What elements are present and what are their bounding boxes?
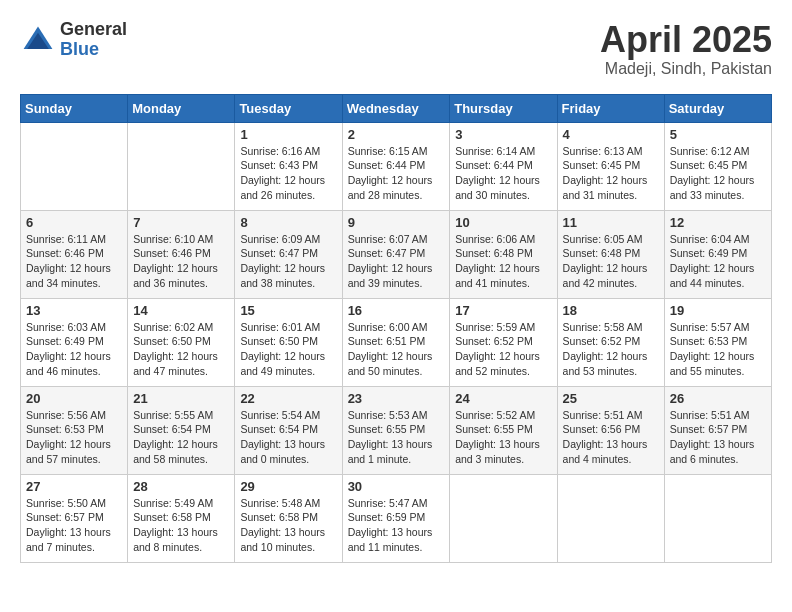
day-info: Sunrise: 6:16 AMSunset: 6:43 PMDaylight:… [240, 144, 336, 203]
calendar-cell: 20Sunrise: 5:56 AMSunset: 6:53 PMDayligh… [21, 386, 128, 474]
day-number: 12 [670, 215, 766, 230]
calendar-table: Sunday Monday Tuesday Wednesday Thursday… [20, 94, 772, 563]
day-number: 29 [240, 479, 336, 494]
calendar-cell [21, 122, 128, 210]
day-number: 11 [563, 215, 659, 230]
day-number: 19 [670, 303, 766, 318]
col-thursday: Thursday [450, 94, 557, 122]
day-number: 20 [26, 391, 122, 406]
day-info: Sunrise: 5:49 AMSunset: 6:58 PMDaylight:… [133, 496, 229, 555]
day-number: 3 [455, 127, 551, 142]
page-header: General Blue April 2025 Madeji, Sindh, P… [20, 20, 772, 78]
calendar-cell: 19Sunrise: 5:57 AMSunset: 6:53 PMDayligh… [664, 298, 771, 386]
day-info: Sunrise: 5:47 AMSunset: 6:59 PMDaylight:… [348, 496, 445, 555]
day-number: 18 [563, 303, 659, 318]
col-saturday: Saturday [664, 94, 771, 122]
logo-general: General [60, 20, 127, 40]
day-info: Sunrise: 6:10 AMSunset: 6:46 PMDaylight:… [133, 232, 229, 291]
day-number: 13 [26, 303, 122, 318]
day-number: 14 [133, 303, 229, 318]
calendar-cell [128, 122, 235, 210]
day-info: Sunrise: 5:59 AMSunset: 6:52 PMDaylight:… [455, 320, 551, 379]
calendar-cell: 21Sunrise: 5:55 AMSunset: 6:54 PMDayligh… [128, 386, 235, 474]
day-number: 5 [670, 127, 766, 142]
day-number: 22 [240, 391, 336, 406]
day-info: Sunrise: 5:58 AMSunset: 6:52 PMDaylight:… [563, 320, 659, 379]
col-monday: Monday [128, 94, 235, 122]
day-info: Sunrise: 5:51 AMSunset: 6:56 PMDaylight:… [563, 408, 659, 467]
calendar-cell: 30Sunrise: 5:47 AMSunset: 6:59 PMDayligh… [342, 474, 450, 562]
day-number: 1 [240, 127, 336, 142]
day-info: Sunrise: 5:52 AMSunset: 6:55 PMDaylight:… [455, 408, 551, 467]
day-number: 9 [348, 215, 445, 230]
day-info: Sunrise: 5:54 AMSunset: 6:54 PMDaylight:… [240, 408, 336, 467]
day-info: Sunrise: 5:55 AMSunset: 6:54 PMDaylight:… [133, 408, 229, 467]
calendar-cell: 3Sunrise: 6:14 AMSunset: 6:44 PMDaylight… [450, 122, 557, 210]
day-info: Sunrise: 5:50 AMSunset: 6:57 PMDaylight:… [26, 496, 122, 555]
day-info: Sunrise: 6:14 AMSunset: 6:44 PMDaylight:… [455, 144, 551, 203]
calendar-cell: 23Sunrise: 5:53 AMSunset: 6:55 PMDayligh… [342, 386, 450, 474]
calendar-cell: 28Sunrise: 5:49 AMSunset: 6:58 PMDayligh… [128, 474, 235, 562]
day-number: 17 [455, 303, 551, 318]
day-info: Sunrise: 5:48 AMSunset: 6:58 PMDaylight:… [240, 496, 336, 555]
day-number: 4 [563, 127, 659, 142]
day-number: 21 [133, 391, 229, 406]
calendar-cell: 11Sunrise: 6:05 AMSunset: 6:48 PMDayligh… [557, 210, 664, 298]
day-info: Sunrise: 6:00 AMSunset: 6:51 PMDaylight:… [348, 320, 445, 379]
calendar-cell: 10Sunrise: 6:06 AMSunset: 6:48 PMDayligh… [450, 210, 557, 298]
day-number: 28 [133, 479, 229, 494]
day-number: 10 [455, 215, 551, 230]
day-info: Sunrise: 6:15 AMSunset: 6:44 PMDaylight:… [348, 144, 445, 203]
calendar-cell: 13Sunrise: 6:03 AMSunset: 6:49 PMDayligh… [21, 298, 128, 386]
col-sunday: Sunday [21, 94, 128, 122]
calendar-cell: 15Sunrise: 6:01 AMSunset: 6:50 PMDayligh… [235, 298, 342, 386]
day-number: 7 [133, 215, 229, 230]
header-row: Sunday Monday Tuesday Wednesday Thursday… [21, 94, 772, 122]
day-info: Sunrise: 6:09 AMSunset: 6:47 PMDaylight:… [240, 232, 336, 291]
calendar-cell: 5Sunrise: 6:12 AMSunset: 6:45 PMDaylight… [664, 122, 771, 210]
month-title: April 2025 [600, 20, 772, 60]
calendar-cell: 9Sunrise: 6:07 AMSunset: 6:47 PMDaylight… [342, 210, 450, 298]
day-number: 26 [670, 391, 766, 406]
calendar-week-1: 1Sunrise: 6:16 AMSunset: 6:43 PMDaylight… [21, 122, 772, 210]
calendar-week-4: 20Sunrise: 5:56 AMSunset: 6:53 PMDayligh… [21, 386, 772, 474]
calendar-cell: 26Sunrise: 5:51 AMSunset: 6:57 PMDayligh… [664, 386, 771, 474]
calendar-cell: 16Sunrise: 6:00 AMSunset: 6:51 PMDayligh… [342, 298, 450, 386]
title-block: April 2025 Madeji, Sindh, Pakistan [600, 20, 772, 78]
day-info: Sunrise: 6:13 AMSunset: 6:45 PMDaylight:… [563, 144, 659, 203]
day-info: Sunrise: 6:06 AMSunset: 6:48 PMDaylight:… [455, 232, 551, 291]
calendar-week-3: 13Sunrise: 6:03 AMSunset: 6:49 PMDayligh… [21, 298, 772, 386]
calendar-cell: 22Sunrise: 5:54 AMSunset: 6:54 PMDayligh… [235, 386, 342, 474]
day-info: Sunrise: 6:01 AMSunset: 6:50 PMDaylight:… [240, 320, 336, 379]
calendar-week-5: 27Sunrise: 5:50 AMSunset: 6:57 PMDayligh… [21, 474, 772, 562]
day-info: Sunrise: 5:57 AMSunset: 6:53 PMDaylight:… [670, 320, 766, 379]
logo: General Blue [20, 20, 127, 60]
day-info: Sunrise: 5:51 AMSunset: 6:57 PMDaylight:… [670, 408, 766, 467]
day-info: Sunrise: 6:07 AMSunset: 6:47 PMDaylight:… [348, 232, 445, 291]
location: Madeji, Sindh, Pakistan [600, 60, 772, 78]
day-number: 6 [26, 215, 122, 230]
day-info: Sunrise: 6:05 AMSunset: 6:48 PMDaylight:… [563, 232, 659, 291]
calendar-cell [664, 474, 771, 562]
calendar-cell [557, 474, 664, 562]
calendar-cell: 29Sunrise: 5:48 AMSunset: 6:58 PMDayligh… [235, 474, 342, 562]
calendar-cell: 4Sunrise: 6:13 AMSunset: 6:45 PMDaylight… [557, 122, 664, 210]
calendar-cell: 14Sunrise: 6:02 AMSunset: 6:50 PMDayligh… [128, 298, 235, 386]
logo-text: General Blue [60, 20, 127, 60]
calendar-cell: 25Sunrise: 5:51 AMSunset: 6:56 PMDayligh… [557, 386, 664, 474]
day-number: 2 [348, 127, 445, 142]
calendar-cell: 8Sunrise: 6:09 AMSunset: 6:47 PMDaylight… [235, 210, 342, 298]
day-number: 24 [455, 391, 551, 406]
calendar-cell: 2Sunrise: 6:15 AMSunset: 6:44 PMDaylight… [342, 122, 450, 210]
day-number: 23 [348, 391, 445, 406]
day-info: Sunrise: 6:12 AMSunset: 6:45 PMDaylight:… [670, 144, 766, 203]
day-info: Sunrise: 5:56 AMSunset: 6:53 PMDaylight:… [26, 408, 122, 467]
day-number: 15 [240, 303, 336, 318]
day-number: 16 [348, 303, 445, 318]
col-wednesday: Wednesday [342, 94, 450, 122]
calendar-cell: 18Sunrise: 5:58 AMSunset: 6:52 PMDayligh… [557, 298, 664, 386]
day-info: Sunrise: 6:11 AMSunset: 6:46 PMDaylight:… [26, 232, 122, 291]
calendar-cell [450, 474, 557, 562]
col-friday: Friday [557, 94, 664, 122]
calendar-cell: 24Sunrise: 5:52 AMSunset: 6:55 PMDayligh… [450, 386, 557, 474]
